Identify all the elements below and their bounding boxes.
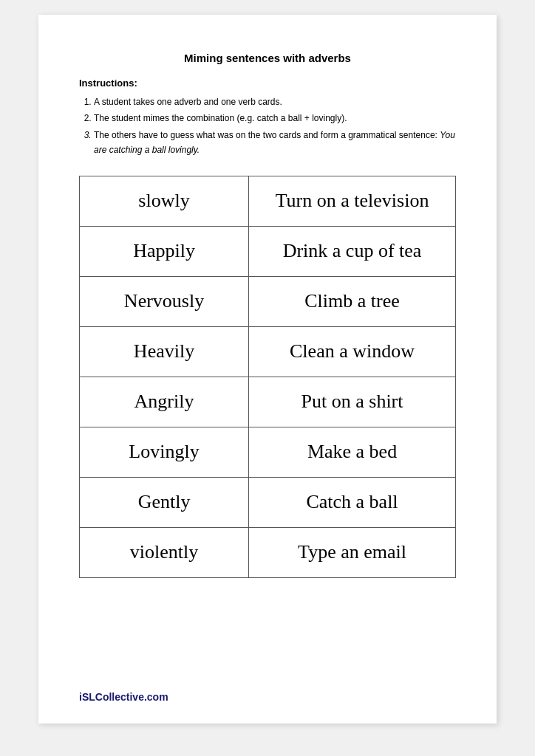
verb-cell: Type an email	[249, 527, 456, 577]
verb-cell: Drink a cup of tea	[249, 226, 456, 276]
adverb-cell: violently	[80, 527, 249, 577]
adverb-cell: Nervously	[80, 276, 249, 326]
verb-cell: Turn on a television	[249, 176, 456, 226]
table-row: slowlyTurn on a television	[80, 176, 456, 226]
adverb-cell: Happily	[80, 226, 249, 276]
page-title: Miming sentences with adverbs	[79, 52, 456, 64]
adverb-cell: slowly	[80, 176, 249, 226]
adverb-cell: Heavily	[80, 326, 249, 377]
instruction-3: The others have to guess what was on the…	[94, 128, 456, 158]
table-row: HeavilyClean a window	[80, 326, 456, 377]
page: Miming sentences with adverbs Instructio…	[38, 15, 497, 724]
verb-cell: Catch a ball	[249, 477, 456, 527]
verb-cell: Put on a shirt	[249, 377, 456, 427]
adverb-cell: Gently	[80, 477, 249, 527]
table-row: violentlyType an email	[80, 527, 456, 577]
adverb-cell: Lovingly	[80, 427, 249, 477]
table-row: GentlyCatch a ball	[80, 477, 456, 527]
adverb-cell: Angrily	[80, 377, 249, 427]
table-row: LovinglyMake a bed	[80, 427, 456, 477]
instruction-1: A student takes one adverb and one verb …	[94, 94, 456, 109]
card-table: slowlyTurn on a televisionHappilyDrink a…	[79, 176, 456, 578]
verb-cell: Clean a window	[249, 326, 456, 377]
verb-cell: Climb a tree	[249, 276, 456, 326]
footer-logo: iSLCollective.com	[79, 691, 168, 703]
table-row: HappilyDrink a cup of tea	[80, 226, 456, 276]
instructions-heading: Instructions:	[79, 78, 456, 89]
table-row: NervouslyClimb a tree	[80, 276, 456, 326]
instruction-2: The student mimes the combination (e.g. …	[94, 111, 456, 126]
verb-cell: Make a bed	[249, 427, 456, 477]
table-row: AngrilyPut on a shirt	[80, 377, 456, 427]
instructions-list: A student takes one adverb and one verb …	[79, 94, 456, 158]
